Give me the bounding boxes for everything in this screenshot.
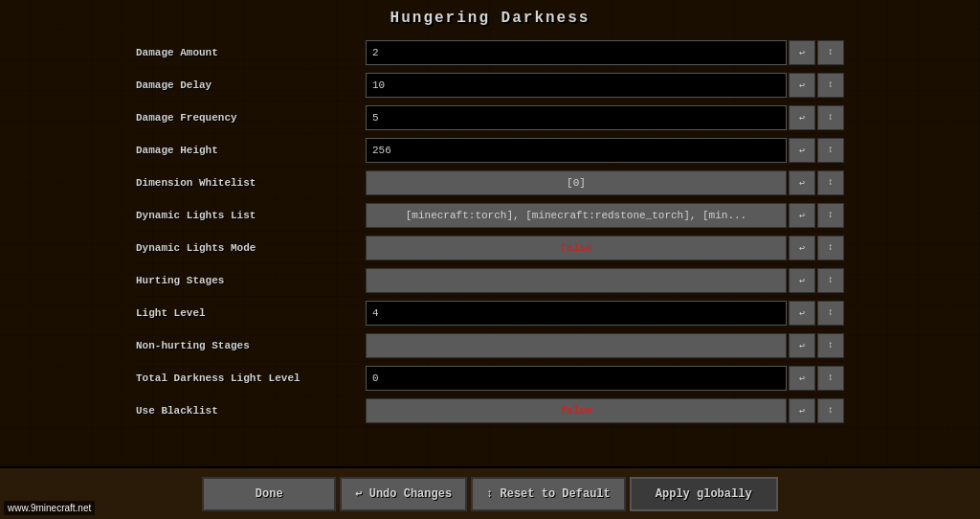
label-light-level: Light Level xyxy=(136,307,366,319)
display-hurting-stages[interactable] xyxy=(366,268,787,293)
undo-row-total-darkness-light-level[interactable]: ↩ xyxy=(789,366,815,391)
reset-row-damage-height[interactable]: ↕ xyxy=(817,138,844,163)
input-area-use-blacklist: false xyxy=(366,398,787,423)
table-row: Use Blacklistfalse↩↕ xyxy=(136,395,844,427)
label-non-hurting-stages: Non-hurting Stages xyxy=(136,340,366,351)
label-damage-frequency: Damage Frequency xyxy=(136,112,366,124)
label-damage-height: Damage Height xyxy=(136,145,366,156)
table-row: Light Level↩↕ xyxy=(136,297,844,329)
table-row: Damage Frequency↩↕ xyxy=(136,102,844,134)
input-damage-amount[interactable] xyxy=(366,40,787,65)
input-area-damage-height xyxy=(366,138,787,163)
table-row: Non-hurting Stages↩↕ xyxy=(136,329,844,362)
input-area-damage-amount xyxy=(366,40,787,65)
table-row: Dynamic Lights List[minecraft:torch], [m… xyxy=(136,199,844,232)
label-hurting-stages: Hurting Stages xyxy=(136,275,366,286)
table-row: Total Darkness Light Level↩↕ xyxy=(136,362,844,395)
input-area-dynamic-lights-list: [minecraft:torch], [minecraft:redstone_t… xyxy=(366,203,787,228)
input-area-light-level xyxy=(366,301,787,326)
table-row: Damage Amount↩↕ xyxy=(136,36,844,69)
label-dimension-whitelist: Dimension Whitelist xyxy=(136,177,366,189)
label-dynamic-lights-mode: Dynamic Lights Mode xyxy=(136,242,366,254)
undo-row-use-blacklist[interactable]: ↩ xyxy=(789,398,815,423)
input-area-total-darkness-light-level xyxy=(366,366,787,391)
table-row: Damage Height↩↕ xyxy=(136,134,844,167)
input-area-dimension-whitelist: [0] xyxy=(366,170,787,195)
display-dimension-whitelist[interactable]: [0] xyxy=(366,170,787,195)
undo-row-hurting-stages[interactable]: ↩ xyxy=(789,268,815,293)
input-damage-frequency[interactable] xyxy=(366,105,787,130)
undo-row-light-level[interactable]: ↩ xyxy=(789,301,815,326)
reset-row-light-level[interactable]: ↕ xyxy=(817,301,844,326)
input-total-darkness-light-level[interactable] xyxy=(366,366,787,391)
reset-row-damage-amount[interactable]: ↕ xyxy=(817,40,844,65)
undo-row-damage-frequency[interactable]: ↩ xyxy=(789,105,815,130)
label-total-darkness-light-level: Total Darkness Light Level xyxy=(136,372,366,384)
input-area-non-hurting-stages xyxy=(366,333,787,358)
undo-row-dynamic-lights-list[interactable]: ↩ xyxy=(789,203,815,228)
undo-button[interactable]: ↩ Undo Changes xyxy=(340,477,467,511)
undo-row-dimension-whitelist[interactable]: ↩ xyxy=(789,170,815,195)
input-damage-delay[interactable] xyxy=(366,73,787,98)
input-area-damage-frequency xyxy=(366,105,787,130)
done-button[interactable]: Done xyxy=(202,477,336,511)
label-damage-amount: Damage Amount xyxy=(136,47,366,58)
input-area-damage-delay xyxy=(366,73,787,98)
undo-row-non-hurting-stages[interactable]: ↩ xyxy=(789,333,815,358)
reset-row-dynamic-lights-list[interactable]: ↕ xyxy=(817,203,844,228)
reset-row-dimension-whitelist[interactable]: ↕ xyxy=(817,170,844,195)
table-row: Damage Delay↩↕ xyxy=(136,69,844,102)
page-title: Hungering Darkness xyxy=(390,10,590,27)
reset-button[interactable]: ↕ Reset to Default xyxy=(471,477,626,511)
input-light-level[interactable] xyxy=(366,301,787,326)
table-row: Dimension Whitelist[0]↩↕ xyxy=(136,167,844,199)
table-row: Dynamic Lights Modefalse↩↕ xyxy=(136,232,844,264)
bottom-bar: www.9minecraft.net Done ↩ Undo Changes ↕… xyxy=(0,466,980,519)
reset-row-damage-frequency[interactable]: ↕ xyxy=(817,105,844,130)
input-area-dynamic-lights-mode: false xyxy=(366,236,787,260)
table-row: Hurting Stages↩↕ xyxy=(136,264,844,297)
undo-row-damage-delay[interactable]: ↩ xyxy=(789,73,815,98)
input-damage-height[interactable] xyxy=(366,138,787,163)
display-non-hurting-stages[interactable] xyxy=(366,333,787,358)
settings-panel: Damage Amount↩↕Damage Delay↩↕Damage Freq… xyxy=(136,36,844,466)
display-dynamic-lights-list[interactable]: [minecraft:torch], [minecraft:redstone_t… xyxy=(366,203,787,228)
display-dynamic-lights-mode[interactable]: false xyxy=(366,236,787,260)
undo-row-damage-amount[interactable]: ↩ xyxy=(789,40,815,65)
undo-row-damage-height[interactable]: ↩ xyxy=(789,138,815,163)
reset-row-use-blacklist[interactable]: ↕ xyxy=(817,398,844,423)
watermark: www.9minecraft.net xyxy=(4,501,95,515)
display-use-blacklist[interactable]: false xyxy=(366,398,787,423)
reset-row-dynamic-lights-mode[interactable]: ↕ xyxy=(817,236,844,260)
reset-row-non-hurting-stages[interactable]: ↕ xyxy=(817,333,844,358)
undo-row-dynamic-lights-mode[interactable]: ↩ xyxy=(789,236,815,260)
label-dynamic-lights-list: Dynamic Lights List xyxy=(136,210,366,221)
input-area-hurting-stages xyxy=(366,268,787,293)
main-container: Hungering Darkness Damage Amount↩↕Damage… xyxy=(0,0,980,519)
apply-globally-button[interactable]: Apply globally xyxy=(630,477,778,511)
reset-row-damage-delay[interactable]: ↕ xyxy=(817,73,844,98)
reset-row-total-darkness-light-level[interactable]: ↕ xyxy=(817,366,844,391)
label-use-blacklist: Use Blacklist xyxy=(136,405,366,417)
label-damage-delay: Damage Delay xyxy=(136,79,366,91)
reset-row-hurting-stages[interactable]: ↕ xyxy=(817,268,844,293)
